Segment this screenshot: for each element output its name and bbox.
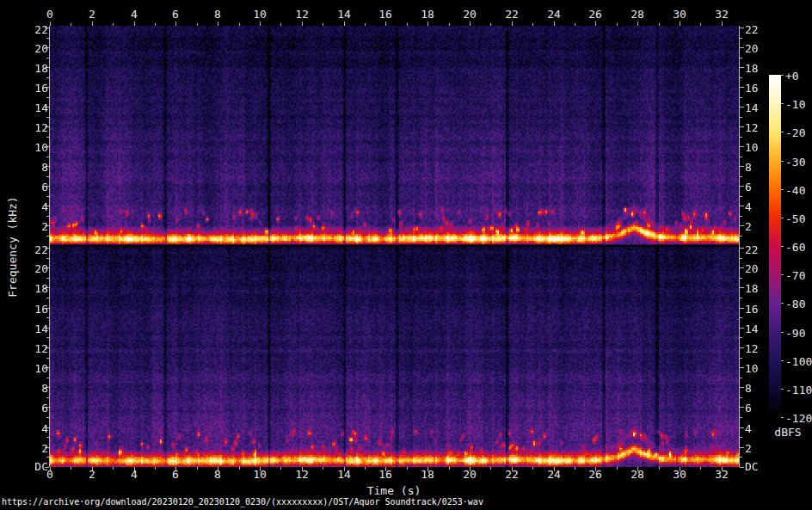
freq-tick: [740, 308, 744, 309]
freq-tick-label: 20: [745, 263, 759, 274]
freq-tick-label: 12: [745, 122, 759, 133]
colorbar-tick-label: -40: [785, 185, 805, 196]
freq-tick: [46, 157, 49, 157]
freq-tick-label: 2: [41, 443, 48, 454]
colorbar-tick-label: -110: [785, 384, 812, 396]
freq-tick-label: 8: [41, 383, 48, 394]
freq-tick-label: 20: [745, 43, 759, 54]
freq-tick-label: 6: [41, 402, 48, 414]
freq-tick-label: 22: [34, 244, 48, 255]
freq-tick-label: 16: [34, 304, 48, 315]
time-tick-label: 6: [172, 9, 179, 20]
time-tick: [155, 23, 156, 26]
freq-tick: [740, 378, 742, 378]
time-tick: [407, 467, 408, 470]
freq-tick-label: 14: [745, 323, 759, 335]
freq-tick-label: 14: [745, 102, 759, 114]
freq-tick: [740, 267, 744, 268]
time-tick: [700, 23, 701, 26]
time-tick: [470, 22, 471, 26]
freq-tick: [740, 107, 744, 108]
time-tick-label: 20: [463, 469, 477, 480]
freq-tick: [740, 397, 742, 398]
time-tick-label: 24: [547, 469, 561, 480]
freq-tick: [740, 28, 744, 28]
colorbar-tick-label: -10: [785, 99, 805, 110]
colorbar-tick: [781, 189, 784, 190]
colorbar-tick: [781, 360, 784, 361]
colorbar-gradient: [769, 75, 781, 417]
freq-tick: [740, 176, 742, 177]
freq-tick: [46, 437, 49, 438]
freq-tick-label: 16: [745, 83, 759, 94]
time-tick-label: 16: [378, 9, 392, 20]
colorbar-tick: [781, 75, 784, 76]
freq-tick: [740, 427, 744, 428]
source-url-text: https://archive·org/download/20230120_20…: [2, 497, 483, 507]
time-tick: [323, 23, 323, 26]
freq-tick: [740, 278, 742, 279]
frequency-axis-label: Frequency (kHz): [7, 196, 18, 297]
colorbar-tick: [781, 103, 784, 104]
time-tick: [490, 23, 491, 26]
freq-tick: [46, 378, 49, 378]
time-tick-label: 18: [421, 469, 434, 480]
time-tick-label: 12: [295, 9, 309, 20]
freq-tick-label: 6: [41, 181, 48, 193]
time-tick-label: 12: [295, 469, 309, 480]
freq-tick: [46, 358, 49, 359]
time-tick-label: 26: [588, 469, 602, 480]
time-tick: [385, 22, 386, 26]
freq-tick: [46, 38, 49, 39]
spectrogram-canvas-channel-1: [50, 26, 739, 245]
time-tick-label: 30: [673, 9, 686, 20]
time-tick: [512, 22, 513, 26]
freq-tick-label: 10: [745, 142, 759, 153]
dc-tick-label: DC: [745, 461, 759, 472]
time-tick: [449, 467, 450, 470]
freq-tick: [46, 457, 49, 458]
freq-tick: [740, 47, 744, 48]
colorbar-tick-label: -100: [785, 356, 812, 367]
freq-tick: [740, 157, 742, 157]
time-tick-label: 6: [172, 469, 179, 480]
time-tick: [532, 23, 533, 26]
time-tick: [175, 22, 176, 26]
freq-tick-label: 18: [34, 283, 48, 294]
time-tick-label: 18: [421, 9, 434, 20]
freq-tick-label: 20: [34, 43, 48, 54]
colorbar-tick-label: -90: [785, 328, 805, 339]
freq-tick-label: 8: [745, 162, 752, 173]
time-tick: [449, 23, 450, 26]
time-tick: [113, 467, 114, 470]
time-tick-label: 4: [131, 9, 138, 20]
time-axis-label: Time (s): [367, 485, 421, 496]
time-tick-label: 4: [131, 469, 138, 480]
colorbar-tick: [781, 274, 784, 275]
freq-tick: [46, 137, 49, 138]
freq-tick: [740, 186, 744, 187]
freq-tick: [740, 38, 742, 39]
time-tick-label: 14: [337, 9, 351, 20]
freq-tick-label: 2: [745, 443, 752, 454]
freq-tick: [740, 447, 744, 448]
time-tick-label: 32: [715, 469, 729, 480]
freq-tick: [740, 328, 744, 329]
time-tick-label: 30: [673, 469, 686, 480]
colorbar-tick-label: -60: [785, 242, 805, 253]
time-tick: [260, 22, 261, 26]
freq-tick-label: 22: [745, 24, 759, 35]
time-tick: [323, 467, 323, 470]
spectrogram-figure: Frequency (kHz) 002244668810101212141416…: [0, 0, 812, 510]
freq-tick: [46, 258, 49, 259]
freq-tick-label: 10: [34, 142, 48, 153]
freq-tick-label: 12: [34, 343, 48, 354]
freq-tick-label: 4: [41, 423, 48, 434]
freq-tick: [46, 58, 49, 58]
time-tick: [134, 22, 135, 26]
freq-tick-label: 14: [34, 323, 48, 335]
time-tick: [722, 22, 723, 26]
freq-tick: [740, 225, 744, 226]
colorbar-tick-label: -50: [785, 213, 805, 224]
freq-tick-label: 22: [745, 244, 759, 255]
